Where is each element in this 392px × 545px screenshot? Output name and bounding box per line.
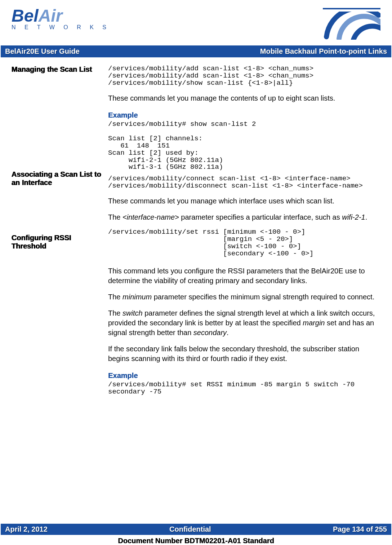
brand-wordmark: BelAir [12, 8, 110, 23]
section-heading-scan-list: Managing the Scan List [12, 65, 104, 74]
text: The [108, 309, 122, 317]
example-heading: Example [108, 110, 380, 120]
brand-part-bel: Bel [12, 6, 39, 25]
brand-logo: BelAir N E T W O R K S [12, 8, 110, 31]
param-name: switch [122, 309, 143, 317]
param-name: minimum [122, 293, 152, 301]
text: The [108, 213, 122, 221]
text: parameter specifies the minimum signal s… [152, 293, 374, 301]
title-right: Mobile Backhaul Point-to-point Links [260, 47, 387, 56]
text: parameter specifies a particular interfa… [179, 213, 342, 221]
param-name: secondary [193, 329, 227, 337]
example-heading: Example [108, 371, 380, 381]
brand-part-air: Air [39, 6, 63, 25]
footer-page: Page 134 of 255 [333, 525, 387, 533]
body-text: This command lets you configure the RSSI… [108, 266, 380, 286]
section-heading-rssi: Configuring RSSI Threshold [12, 234, 104, 250]
page: BelAir N E T W O R K S BelAir20E User Gu… [0, 0, 392, 545]
code-block: /services/mobility/connect scan-list <1-… [108, 175, 380, 190]
brand-subtext: N E T W O R K S [12, 24, 110, 31]
section-scan-list: /services/mobility/add scan-list <1-8> <… [108, 65, 380, 171]
param-example: wifi-2-1 [342, 213, 365, 221]
footer-bar: April 2, 2012 Confidential Page 134 of 2… [1, 524, 391, 535]
example-code: /services/mobility# show scan-list 2 Sca… [108, 121, 380, 171]
sidebar: Managing the Scan List Associating a Sca… [12, 65, 108, 398]
title-left: BelAir20E User Guide [5, 47, 80, 56]
body-text: These commands let you manage which inte… [108, 196, 380, 206]
document-number: Document Number BDTM02201-A01 Standard [0, 537, 392, 545]
section-rssi: /services/mobility/set rssi [minimum <-1… [108, 229, 380, 396]
content-area: Managing the Scan List Associating a Sca… [12, 65, 380, 398]
body-text-minimum: The minimum parameter specifies the mini… [108, 292, 380, 302]
body-text-interface: The <interface-name> parameter specifies… [108, 212, 380, 222]
code-block: /services/mobility/add scan-list <1-8> <… [108, 65, 380, 87]
brand-mark-icon [323, 8, 380, 43]
body-text-switch: The switch parameter defines the signal … [108, 308, 380, 338]
text: . [365, 213, 368, 221]
title-bar: BelAir20E User Guide Mobile Backhaul Poi… [1, 45, 391, 57]
footer-confidential: Confidential [169, 525, 211, 533]
section-associate: /services/mobility/connect scan-list <1-… [108, 175, 380, 222]
header-logos: BelAir N E T W O R K S [12, 8, 380, 45]
text: . [227, 329, 229, 337]
example-code: /services/mobility# set RSSI minimum -85… [108, 381, 380, 396]
param-name: margin [303, 319, 325, 327]
body-text: If the secondary link falls below the se… [108, 344, 380, 364]
code-block: /services/mobility/set rssi [minimum <-1… [108, 229, 380, 258]
main-column: /services/mobility/add scan-list <1-8> <… [108, 65, 380, 398]
body-text: These commands let you manage the conten… [108, 93, 380, 103]
section-heading-associate: Associating a Scan List to an Interface [12, 170, 104, 187]
param-name: <interface-name> [122, 213, 179, 221]
text: The [108, 293, 122, 301]
footer-date: April 2, 2012 [5, 525, 48, 533]
